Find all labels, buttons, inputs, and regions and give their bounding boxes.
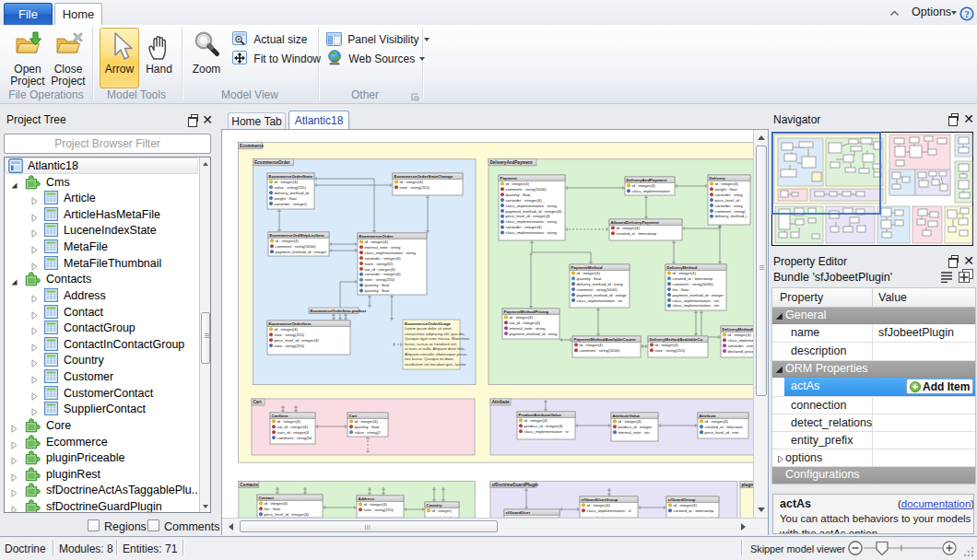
svg-text:vat_id : integer(4): vat_id : integer(4) bbox=[510, 321, 541, 325]
svg-text:EcommerceOrderItem: EcommerceOrderItem bbox=[269, 321, 312, 326]
svg-text:ProductAttributeValue: ProductAttributeValue bbox=[519, 413, 562, 417]
svg-text:comment : string(5000): comment : string(5000) bbox=[577, 287, 618, 292]
svg-text:id : integer(4): id : integer(4) bbox=[524, 418, 548, 423]
svg-text:AllowedDeliveryPayment: AllowedDeliveryPayment bbox=[611, 220, 660, 225]
svg-text:comment : string(5000): comment : string(5000) bbox=[673, 282, 714, 286]
svg-text:id : integer(4): id : integer(4) bbox=[728, 332, 752, 337]
svg-text:comment : string(: comment : string( bbox=[715, 209, 747, 214]
svg-text:created_at : timestamp: created_at : timestamp bbox=[617, 231, 657, 236]
svg-text:class_implementation : str: class_implementation : str bbox=[577, 298, 623, 303]
svg-text:sortorder : integer(: sortorder : integer( bbox=[275, 202, 308, 206]
svg-text:DeliveryMethodAvailableCo: DeliveryMethodAvailableCo bbox=[650, 337, 703, 342]
svg-text:class_implementation : st: class_implementation : st bbox=[587, 508, 632, 513]
svg-text:id : integer(4): id : integer(4) bbox=[510, 315, 534, 320]
svg-text:sfGuardGroup: sfGuardGroup bbox=[668, 497, 696, 502]
svg-text:Lorem ipsum dolor sit amet,: Lorem ipsum dolor sit amet, bbox=[405, 326, 453, 331]
svg-text:sortorder : integ: sortorder : integ bbox=[715, 192, 744, 197]
svg-text:sortorder : integer(4): sortorder : integer(4) bbox=[506, 198, 543, 203]
svg-text:EcommerceOrderUsage: EcommerceOrderUsage bbox=[405, 321, 452, 326]
svg-text:class_implementation : st: class_implementation : st bbox=[524, 429, 570, 434]
svg-text:product_id : integer(4): product_id : integer(4) bbox=[524, 424, 564, 428]
svg-text:delivery_method_i: delivery_method_i bbox=[715, 214, 747, 218]
svg-text:id : integer(4): id : integer(4) bbox=[275, 327, 299, 332]
svg-text:Payment: Payment bbox=[500, 176, 518, 181]
svg-text:id : integer(4): id : integer(4) bbox=[265, 501, 288, 506]
svg-text:created_at : timestamp: created_at : timestamp bbox=[673, 276, 713, 281]
svg-text:price_level_id : integer(4): price_level_id : integer(4) bbox=[275, 338, 320, 343]
svg-text:id : integer(4): id : integer(4) bbox=[618, 419, 642, 424]
svg-text:weight : float: weight : float bbox=[275, 196, 298, 201]
svg-text:note : string(255): note : string(255) bbox=[275, 344, 305, 348]
svg-text:id : integer(4): id : integer(4) bbox=[673, 271, 697, 275]
svg-text:comment : string(5000): comment : string(5000) bbox=[276, 244, 317, 249]
svg-text:pluginPric: pluginPric bbox=[742, 483, 754, 487]
svg-text:Ecommerce: Ecommerce bbox=[240, 144, 264, 148]
svg-text:class_implementation : stri: class_implementation : stri bbox=[673, 298, 720, 303]
svg-text:price_level_id : integer(4): price_level_id : integer(4) bbox=[265, 512, 310, 517]
svg-text:price_level_id : inte: price_level_id : inte bbox=[705, 430, 739, 435]
svg-text:comment : string(5000): comment : string(5000) bbox=[580, 348, 621, 353]
svg-text:vestibulum vel tincidunt quis,: vestibulum vel tincidunt quis, lacinia bbox=[405, 362, 466, 367]
svg-text:class_implementat: class_implementat bbox=[728, 338, 754, 343]
svg-text:id : integer(4): id : integer(4) bbox=[632, 183, 656, 188]
svg-text:EcommerceOrderState: EcommerceOrderState bbox=[269, 174, 313, 179]
svg-text:vat_id : integer(4): vat_id : integer(4) bbox=[365, 267, 396, 272]
svg-text:?: ? bbox=[964, 9, 969, 19]
svg-text:EcommerceOrder: EcommerceOrder bbox=[359, 234, 394, 239]
svg-text:Contact: Contact bbox=[259, 496, 275, 500]
svg-text:weight : float: weight : float bbox=[715, 187, 738, 192]
svg-text:price_level_id :: price_level_id : bbox=[715, 198, 742, 203]
svg-text:id : integer(4): id : integer(4) bbox=[655, 343, 679, 347]
svg-text:declared_price :: declared_price : bbox=[728, 349, 754, 354]
svg-text:hash : string(32): hash : string(32) bbox=[365, 262, 394, 266]
svg-text:class_implementation : string: class_implementation : string bbox=[506, 230, 558, 235]
svg-text:class_implementation : string: class_implementation : string bbox=[365, 251, 417, 255]
svg-text:id : integer(: id : integer( bbox=[432, 508, 453, 513]
svg-text:id : integer(4): id : integer(4) bbox=[715, 181, 739, 186]
svg-text:payment_method_id : integer: payment_method_id : integer bbox=[276, 250, 327, 254]
svg-text:Contacts: Contacts bbox=[240, 483, 258, 487]
svg-text:sfDoctrineGuardPlugin: sfDoctrineGuardPlugin bbox=[492, 483, 538, 487]
svg-text:Aliquam convallis ullamcorper: Aliquam convallis ullamcorper purus bbox=[405, 352, 466, 356]
svg-text:id : integer(4): id : integer(4) bbox=[617, 226, 641, 230]
svg-text:comment : string(5000): comment : string(5000) bbox=[506, 187, 547, 192]
svg-text:class_implementation : stri: class_implementation : stri bbox=[673, 303, 720, 308]
svg-text:internal_note : stri: internal_note : stri bbox=[618, 430, 650, 435]
svg-text:id : integer(4): id : integer(4) bbox=[587, 503, 611, 508]
svg-text:id : integer(4): id : integer(4) bbox=[355, 419, 379, 424]
svg-text:sortorder : integer(4): sortorder : integer(4) bbox=[365, 272, 402, 276]
svg-text:Cart: Cart bbox=[349, 414, 358, 418]
svg-text:sfGuardUserGroup: sfGuardUserGroup bbox=[582, 497, 618, 502]
svg-text:note : string(255): note : string(255) bbox=[655, 348, 686, 353]
svg-text:value : string(255): value : string(255) bbox=[275, 185, 307, 190]
svg-text:sortorder : integ: sortorder : integ bbox=[715, 204, 744, 208]
svg-text:created_at : timestam: created_at : timestam bbox=[705, 425, 744, 429]
svg-text:quantity : float: quantity : float bbox=[577, 276, 603, 281]
svg-text:luctus, cursus ac hendrerit ve: luctus, cursus ac hendrerit vel, bbox=[405, 342, 457, 346]
svg-text:note : string(255): note : string(255) bbox=[400, 185, 430, 190]
svg-text:AttributeValue: AttributeValue bbox=[613, 414, 641, 418]
svg-text:payment_method_id : integer(4): payment_method_id : integer(4) bbox=[506, 209, 562, 214]
svg-text:delivery_method_id : integ: delivery_method_id : integ bbox=[577, 282, 624, 286]
svg-text:DeliveryAndPayment: DeliveryAndPayment bbox=[627, 178, 667, 182]
svg-text:note : string(255): note : string(255) bbox=[364, 508, 394, 512]
svg-text:ut nunc et nulla. Aliquam dolo: ut nunc et nulla. Aliquam dolor felis. bbox=[405, 346, 465, 351]
svg-text:Address: Address bbox=[359, 496, 375, 501]
svg-text:EcommerceOrderStateChange: EcommerceOrderStateChange bbox=[394, 174, 453, 179]
svg-text:note : string(255): note : string(255) bbox=[365, 277, 395, 282]
svg-text:PaymentMethodAvailableCountr: PaymentMethodAvailableCountr bbox=[574, 337, 637, 342]
svg-text:sortorder : integ: sortorder : integ bbox=[728, 344, 754, 348]
svg-text:id : integer(4): id : integer(4) bbox=[364, 502, 388, 507]
svg-text:product_id : integer: product_id : integer bbox=[618, 425, 653, 429]
svg-text:created_at : timestamp: created_at : timestamp bbox=[674, 508, 714, 513]
svg-text:id : integer(4): id : integer(4) bbox=[577, 271, 601, 275]
svg-text:id : integer(4): id : integer(4) bbox=[506, 181, 530, 186]
svg-text:quantity : float: quantity : float bbox=[365, 283, 391, 287]
svg-text:id : integer(4): id : integer(4) bbox=[276, 239, 300, 243]
svg-text:id : integer(4): id : integer(4) bbox=[705, 419, 729, 424]
svg-text:fee : float: fee : float bbox=[673, 287, 689, 292]
svg-text:id : integer(4): id : integer(4) bbox=[275, 180, 299, 184]
svg-text:internal_note : string: internal_note : string bbox=[365, 245, 402, 250]
svg-text:Delivery: Delivery bbox=[710, 176, 726, 181]
svg-text:consectetur adipiscing elit, q: consectetur adipiscing elit, quis dis. bbox=[405, 332, 465, 336]
